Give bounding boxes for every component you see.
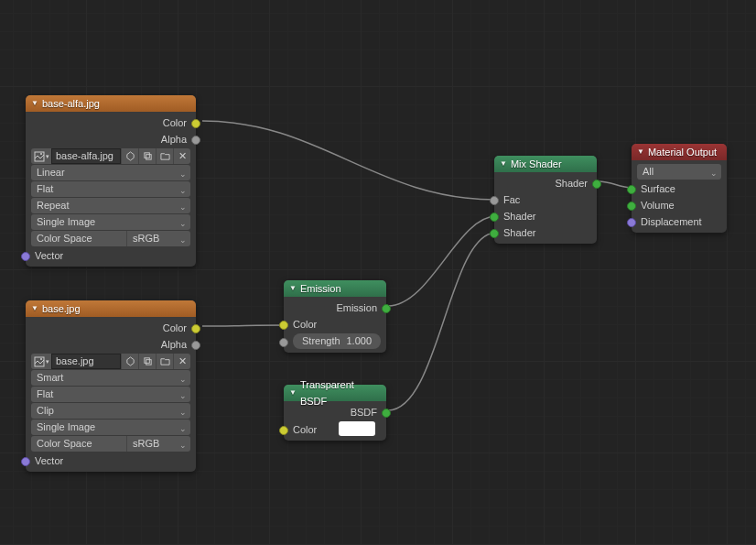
socket-vector-in[interactable] [21, 457, 30, 466]
fake-user-icon[interactable] [121, 148, 138, 164]
input-color: Color [284, 316, 386, 332]
unlink-icon[interactable]: ✕ [173, 354, 190, 369]
node-header[interactable]: ▼ base.jpg [26, 300, 196, 317]
node-image-texture-b[interactable]: ▼ base.jpg Color Alpha ▾ base.jpg ✕ Sm [26, 300, 196, 472]
socket-color-out[interactable] [191, 119, 200, 128]
strength-field[interactable]: Strength 1.000 [293, 333, 381, 349]
image-browse-icon[interactable]: ▾ [31, 148, 51, 164]
socket-vector-in[interactable] [21, 252, 30, 261]
socket-shader2-in[interactable] [490, 229, 499, 238]
chevron-down-icon: ⌄ [179, 183, 187, 199]
input-shader-2: Shader [494, 224, 597, 241]
svg-rect-6 [144, 358, 149, 364]
node-mix-shader[interactable]: ▼ Mix Shader Shader Fac Shader Shader [494, 156, 597, 244]
node-header[interactable]: ▼ Mix Shader [494, 156, 597, 172]
socket-color-out[interactable] [191, 324, 200, 333]
collapse-icon[interactable]: ▼ [289, 280, 297, 297]
chevron-down-icon: ⌄ [179, 388, 187, 404]
node-title: base.jpg [42, 300, 81, 317]
svg-point-1 [40, 153, 42, 155]
input-vector: Vector [26, 247, 196, 264]
output-alpha: Alpha [26, 131, 196, 147]
source-select[interactable]: Single Image⌄ [31, 420, 190, 435]
projection-select[interactable]: Flat⌄ [31, 387, 190, 402]
chevron-down-icon: ⌄ [179, 372, 187, 387]
duplicate-icon[interactable] [138, 354, 156, 369]
socket-strength-in[interactable] [279, 338, 288, 347]
extension-select[interactable]: Repeat⌄ [31, 198, 190, 213]
collapse-icon[interactable]: ▼ [637, 144, 644, 160]
open-file-icon[interactable] [156, 354, 173, 369]
output-color: Color [26, 320, 196, 336]
output-emission: Emission [284, 300, 386, 316]
socket-bsdf-out[interactable] [382, 409, 391, 418]
collapse-icon[interactable]: ▼ [31, 95, 38, 112]
colorspace-row: Color Space sRGB⌄ [31, 231, 190, 246]
socket-surface-in[interactable] [627, 185, 636, 194]
socket-shader1-in[interactable] [490, 213, 499, 222]
input-surface: Surface [632, 180, 727, 197]
node-header[interactable]: ▼ Emission [284, 280, 386, 297]
fake-user-icon[interactable] [121, 354, 138, 369]
duplicate-icon[interactable] [138, 148, 156, 164]
node-header[interactable]: ▼ base-alfa.jpg [26, 95, 196, 112]
interpolation-select[interactable]: Smart⌄ [31, 370, 190, 386]
image-name-field[interactable]: base-alfa.jpg [51, 148, 121, 164]
colorspace-label: Color Space [31, 436, 126, 452]
node-transparent-bsdf[interactable]: ▼ Transparent BSDF BSDF Color [284, 385, 386, 441]
socket-displacement-in[interactable] [627, 218, 636, 227]
output-alpha: Alpha [26, 336, 196, 353]
colorspace-label: Color Space [31, 231, 126, 246]
interpolation-select[interactable]: Linear⌄ [31, 165, 190, 180]
node-title: Material Output [648, 144, 717, 160]
input-vector: Vector [26, 452, 196, 469]
collapse-icon[interactable]: ▼ [31, 300, 38, 317]
unlink-icon[interactable]: ✕ [173, 148, 190, 164]
node-title: Emission [300, 280, 341, 297]
extension-select[interactable]: Clip⌄ [31, 403, 190, 419]
chevron-down-icon: ⌄ [179, 405, 187, 420]
image-browse-icon[interactable]: ▾ [31, 354, 51, 369]
colorspace-select[interactable]: sRGB⌄ [126, 231, 190, 246]
input-strength: Strength 1.000 [284, 333, 386, 350]
socket-shader-out[interactable] [592, 180, 601, 189]
chevron-down-icon: ⌄ [179, 438, 187, 453]
image-toolbar: ▾ base-alfa.jpg ✕ [31, 148, 190, 164]
chevron-down-icon: ⌄ [179, 216, 187, 232]
svg-point-5 [40, 358, 42, 360]
socket-alpha-out[interactable] [191, 136, 200, 145]
colorspace-select[interactable]: sRGB⌄ [126, 436, 190, 452]
svg-rect-7 [146, 360, 151, 365]
open-file-icon[interactable] [156, 148, 173, 164]
node-material-output[interactable]: ▼ Material Output All⌄ Surface Volume Di… [632, 144, 727, 233]
color-swatch[interactable] [339, 421, 375, 436]
collapse-icon[interactable]: ▼ [289, 385, 297, 401]
target-select[interactable]: All⌄ [637, 164, 721, 180]
input-volume: Volume [632, 197, 727, 213]
socket-color-in[interactable] [279, 426, 288, 435]
chevron-down-icon: ⌄ [179, 167, 187, 182]
chevron-down-icon: ⌄ [179, 421, 187, 437]
source-select[interactable]: Single Image⌄ [31, 214, 190, 230]
socket-fac-in[interactable] [490, 196, 499, 205]
node-header[interactable]: ▼ Material Output [632, 144, 727, 160]
output-color: Color [26, 114, 196, 131]
node-header[interactable]: ▼ Transparent BSDF [284, 385, 386, 401]
socket-volume-in[interactable] [627, 202, 636, 211]
chevron-down-icon: ⌄ [179, 233, 187, 248]
output-shader: Shader [494, 175, 597, 191]
input-color: Color [284, 421, 386, 438]
input-displacement: Displacement [632, 213, 727, 230]
svg-rect-3 [146, 155, 151, 160]
image-toolbar: ▾ base.jpg ✕ [31, 354, 190, 369]
projection-select[interactable]: Flat⌄ [31, 181, 190, 197]
collapse-icon[interactable]: ▼ [500, 156, 507, 172]
socket-emission-out[interactable] [382, 304, 391, 313]
node-title: Mix Shader [511, 156, 562, 172]
node-image-texture-a[interactable]: ▼ base-alfa.jpg Color Alpha ▾ base-alfa.… [26, 95, 196, 267]
socket-color-in[interactable] [279, 321, 288, 330]
socket-alpha-out[interactable] [191, 341, 200, 350]
image-name-field[interactable]: base.jpg [51, 354, 121, 369]
chevron-down-icon: ⌄ [710, 166, 718, 181]
node-emission[interactable]: ▼ Emission Emission Color Strength 1.000 [284, 280, 386, 353]
